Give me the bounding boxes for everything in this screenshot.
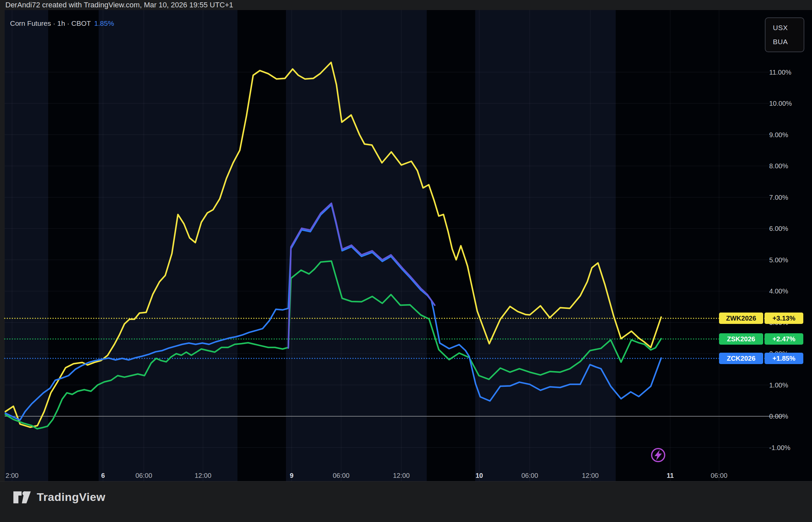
x-axis-label[interactable]: 6 xyxy=(101,472,105,480)
y-axis-label[interactable]: 7.00% xyxy=(769,194,788,201)
x-axis-label[interactable]: 12:00 xyxy=(582,472,599,480)
x-axis-label[interactable]: 06:00 xyxy=(521,472,538,480)
symbol-title-text: Corn Futures · 1h · CBOT xyxy=(10,19,91,27)
brand-text: TradingView xyxy=(37,490,105,504)
compare-symbol-USX[interactable]: USX xyxy=(766,24,804,32)
y-axis-label[interactable]: 6.00% xyxy=(769,225,788,233)
price-label-value[interactable]: +3.13% xyxy=(765,313,803,324)
y-axis-label[interactable]: 9.00% xyxy=(769,131,788,139)
price-label-symbol[interactable]: ZSK2026 xyxy=(719,333,763,345)
x-axis-label[interactable]: 06:00 xyxy=(333,472,350,480)
y-axis-label[interactable]: 10.00% xyxy=(769,100,792,107)
x-axis-label[interactable]: 06:00 xyxy=(711,472,727,480)
y-axis-label[interactable]: 11.00% xyxy=(769,68,791,76)
session-band xyxy=(475,10,616,481)
y-axis-label[interactable]: 0.00% xyxy=(769,413,788,420)
symbol-title[interactable]: Corn Futures · 1h · CBOT1.85% xyxy=(10,19,114,27)
x-axis-label[interactable]: 12:00 xyxy=(195,472,211,480)
x-axis-label[interactable]: 9 xyxy=(290,472,293,480)
boost-lightning-button[interactable] xyxy=(650,447,666,463)
tradingview-logo-icon xyxy=(13,489,31,504)
session-band xyxy=(99,10,237,481)
chart-canvas[interactable] xyxy=(0,0,812,522)
compare-symbols-box[interactable]: USXBUA xyxy=(765,17,804,52)
price-label-value[interactable]: +2.47% xyxy=(765,333,803,345)
session-band xyxy=(286,10,427,481)
x-axis-label[interactable]: 2:00 xyxy=(6,472,19,480)
tradingview-brand[interactable]: TradingView xyxy=(13,489,105,504)
compare-symbol-BUA[interactable]: BUA xyxy=(766,38,804,46)
price-label-value[interactable]: +1.85% xyxy=(765,353,803,364)
x-axis-label[interactable]: 12:00 xyxy=(393,472,410,480)
y-axis-label[interactable]: -1.00% xyxy=(769,444,790,451)
x-axis-label[interactable]: 06:00 xyxy=(136,472,152,480)
y-axis-label[interactable]: 8.00% xyxy=(769,162,788,170)
price-label-symbol[interactable]: ZWK2026 xyxy=(719,313,763,324)
y-axis-label[interactable]: 5.00% xyxy=(769,256,788,264)
symbol-change-percent: 1.85% xyxy=(94,19,114,27)
tradingview-screenshot: DerAndi72 created with TradingView.com, … xyxy=(0,0,812,522)
footer-bar: TradingView xyxy=(0,481,812,522)
y-axis-label[interactable]: 1.00% xyxy=(769,381,788,389)
price-label-symbol[interactable]: ZCK2026 xyxy=(719,353,763,364)
x-axis-label[interactable]: 10 xyxy=(476,472,483,480)
y-axis-label[interactable]: 4.00% xyxy=(769,287,788,295)
x-axis-label[interactable]: 11 xyxy=(667,472,673,480)
